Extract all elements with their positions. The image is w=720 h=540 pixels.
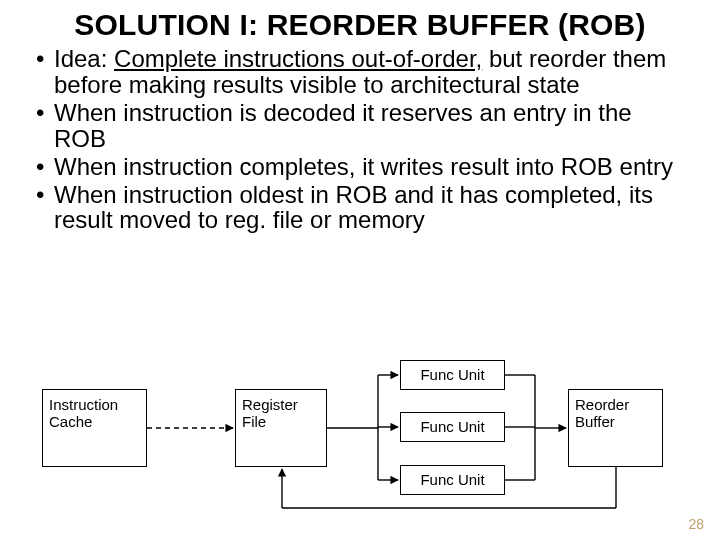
pipeline-diagram: InstructionCache RegisterFile Func Unit …: [0, 356, 720, 536]
diagram-arrows: [0, 356, 720, 536]
bullet-complete: When instruction completes, it writes re…: [36, 154, 690, 180]
slide-number: 28: [688, 516, 704, 532]
bullet-commit: When instruction oldest in ROB and it ha…: [36, 182, 690, 234]
bullet-idea-prefix: Idea:: [54, 45, 114, 72]
bullet-list: Idea: Complete instructions out-of-order…: [30, 46, 700, 233]
page-title: SOLUTION I: REORDER BUFFER (ROB): [0, 0, 720, 44]
bullet-idea: Idea: Complete instructions out-of-order…: [36, 46, 690, 98]
bullet-decode: When instruction is decoded it reserves …: [36, 100, 690, 152]
bullet-idea-underlined: Complete instructions out-of-order,: [114, 45, 482, 72]
